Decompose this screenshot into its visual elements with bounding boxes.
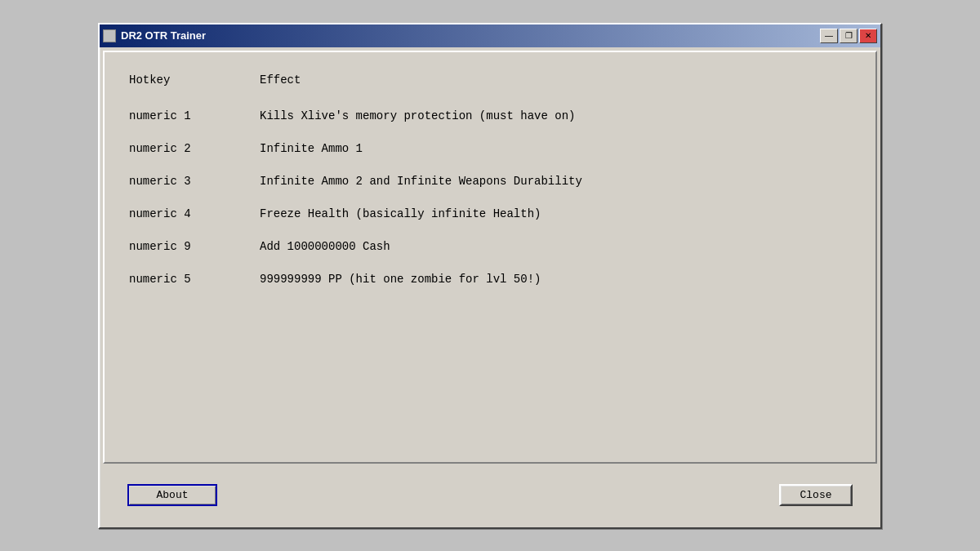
effect-cell: Kills Xlive's memory protection (must ha…	[260, 100, 851, 132]
table-row: numeric 3Infinite Ammo 2 and Infinite We…	[129, 165, 851, 198]
hotkey-cell: numeric 1	[129, 100, 260, 132]
window-title: DR2 OTR Trainer	[121, 29, 815, 42]
col-header-effect: Effect	[260, 69, 851, 100]
content-area: Hotkey Effect numeric 1Kills Xlive's mem…	[103, 51, 877, 464]
effect-cell: Infinite Ammo 2 and Infinite Weapons Dur…	[260, 165, 851, 198]
effect-cell: Freeze Health (basically infinite Health…	[260, 198, 851, 230]
main-window: DR2 OTR Trainer — ❐ ✕ Hotkey Effect nume…	[98, 23, 882, 529]
hotkey-cell: numeric 5	[129, 263, 260, 295]
effect-cell: Infinite Ammo 1	[260, 132, 851, 165]
hotkey-cell: numeric 9	[129, 230, 260, 263]
restore-button[interactable]: ❐	[840, 29, 858, 43]
hotkey-cell: numeric 3	[129, 165, 260, 198]
table-row: numeric 1Kills Xlive's memory protection…	[129, 100, 851, 132]
hotkey-table: Hotkey Effect numeric 1Kills Xlive's mem…	[129, 69, 851, 295]
title-bar: DR2 OTR Trainer — ❐ ✕	[100, 24, 880, 47]
hotkey-cell: numeric 2	[129, 132, 260, 165]
app-icon	[103, 29, 116, 42]
table-row: numeric 4Freeze Health (basically infini…	[129, 198, 851, 230]
footer: About Close	[103, 467, 877, 524]
close-title-button[interactable]: ✕	[859, 29, 877, 43]
about-button[interactable]: About	[127, 484, 217, 506]
window-controls: — ❐ ✕	[820, 29, 877, 43]
effect-cell: Add 1000000000 Cash	[260, 230, 851, 263]
table-row: numeric 2Infinite Ammo 1	[129, 132, 851, 165]
table-row: numeric 5999999999 PP (hit one zombie fo…	[129, 263, 851, 295]
minimize-button[interactable]: —	[820, 29, 838, 43]
close-button[interactable]: Close	[779, 484, 853, 506]
effect-cell: 999999999 PP (hit one zombie for lvl 50!…	[260, 263, 851, 295]
table-row: numeric 9Add 1000000000 Cash	[129, 230, 851, 263]
col-header-hotkey: Hotkey	[129, 69, 260, 100]
hotkey-cell: numeric 4	[129, 198, 260, 230]
